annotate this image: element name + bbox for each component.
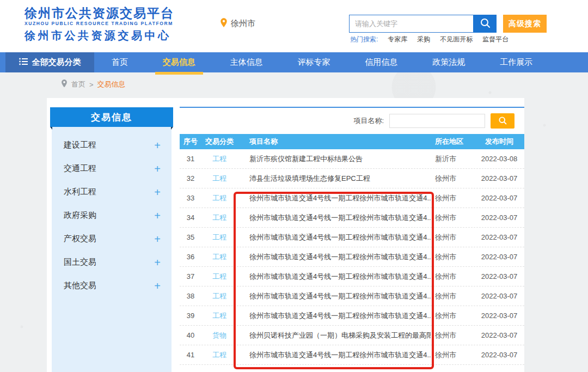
project-filter-search-button[interactable] [491,113,514,129]
row-project-name-link[interactable]: 徐州市城市轨道交通4号线一期工程徐州市城市轨道交通4... [237,272,431,282]
row-project-name-link[interactable]: 徐州市城市轨道交通4号线一期工程徐州市城市轨道交通4... [237,291,431,301]
plus-expand-icon[interactable]: + [154,280,161,291]
row-project-name-link[interactable]: 新沂市殡仪馆新建工程中标结果公告 [237,154,431,164]
plus-expand-icon[interactable]: + [154,140,161,151]
col-header-category: 交易分类 [201,137,237,147]
nav-tab-entity-info[interactable]: 主体信息 [226,52,267,72]
nav-tab-trade-info[interactable]: 交易信息 [158,52,200,72]
hamburger-list-icon [19,58,28,67]
row-project-name-link[interactable]: 徐州市城市轨道交通4号线一期工程徐州市城市轨道交通4... [237,233,431,242]
row-category-link[interactable]: 工程 [201,311,237,321]
nav-tab-home[interactable]: 首页 [107,52,132,72]
city-name: 徐州市 [231,19,255,29]
sidebar-item-gov-procurement[interactable]: 政府采购 + [52,204,171,227]
row-region: 徐州市 [431,193,474,203]
row-project-name-link[interactable]: 徐州市城市轨道交通4号线一期工程徐州市城市轨道交通4... [237,213,431,223]
hot-search-item-procurement[interactable]: 采购 [417,35,430,44]
nav-tab-bid-experts[interactable]: 评标专家 [293,52,334,72]
row-category-link[interactable]: 工程 [201,252,237,262]
row-date: 2022-03-07 [474,214,524,222]
location-pin-icon [220,18,228,29]
keyword-search-input[interactable] [349,15,473,33]
row-region: 新沂市 [431,154,474,164]
row-no: 36 [180,253,201,261]
row-no: 32 [180,174,201,182]
sidebar-item-transport[interactable]: 交通工程 + [52,157,171,180]
table-row: 39 工程 徐州市城市轨道交通4号线一期工程徐州市城市轨道交通4... 徐州市 … [180,306,524,326]
all-categories-label: 全部交易分类 [32,57,81,68]
row-category-link[interactable]: 工程 [201,350,237,360]
breadcrumb-separator: > [89,81,94,89]
hot-search-item-remote-bid[interactable]: 不见面开标 [440,35,473,44]
row-no: 38 [180,292,201,300]
row-project-name-link[interactable]: 徐州市城市轨道交通4号线一期工程徐州市城市轨道交通4... [237,252,431,262]
col-header-project-name: 项目名称 [237,137,431,147]
row-region: 徐州市 [431,350,474,360]
sidebar-item-water[interactable]: 水利工程 + [52,180,171,204]
sidebar-item-land[interactable]: 国土交易 + [52,251,171,274]
row-category-link[interactable]: 工程 [201,272,237,282]
row-no: 40 [180,331,201,339]
breadcrumb: 首页 > 交易信息 [61,80,126,89]
row-region: 徐州市 [431,291,474,301]
row-region: 徐州市 [431,174,474,184]
nav-tab-credit-info[interactable]: 信用信息 [360,52,402,72]
nav-items: 首页 交易信息 主体信息 评标专家 信用信息 政策法规 工作展示 [94,52,588,72]
row-project-name-link[interactable]: 沛县生活垃圾填埋场生态修复EPC工程 [237,174,431,184]
logo-title: 徐州市公共资源交易平台 [24,6,174,20]
nav-tab-work-display[interactable]: 工作展示 [495,52,537,72]
row-category-link[interactable]: 工程 [201,174,237,184]
table-row: 31 工程 新沂市殡仪馆新建工程中标结果公告 新沂市 2022-03-08 [180,149,524,169]
row-category-link[interactable]: 工程 [201,193,237,203]
hot-search-item-expert[interactable]: 专家库 [388,35,407,44]
plus-expand-icon[interactable]: + [154,257,161,268]
row-category-link[interactable]: 工程 [201,154,237,164]
plus-expand-icon[interactable]: + [154,163,161,174]
row-category-link[interactable]: 工程 [201,291,237,301]
hot-search-item-supervision[interactable]: 监督平台 [482,35,509,44]
plus-expand-icon[interactable]: + [154,234,161,245]
project-name-filter-input[interactable] [389,114,485,128]
all-categories-button[interactable]: 全部交易分类 [5,52,94,72]
sidebar-title: 交易信息 [50,107,173,127]
row-project-name-link[interactable]: 徐州市城市轨道交通4号线一期工程徐州市城市轨道交通4... [237,350,431,360]
row-date: 2022-03-07 [474,272,524,280]
row-no: 35 [180,233,201,241]
plus-expand-icon[interactable]: + [154,210,161,221]
sidebar-item-property-rights[interactable]: 产权交易 + [52,227,171,251]
city-selector[interactable]: 徐州市 [220,18,255,29]
row-region: 徐州市 [431,252,474,262]
search-button[interactable] [473,15,497,33]
sidebar-item-label: 其他交易 [64,280,96,291]
hot-search-label: 热门搜索: [350,35,378,44]
nav-tab-policies[interactable]: 政策法规 [428,52,469,72]
row-date: 2022-03-07 [474,174,524,182]
table-row: 41 工程 徐州市城市轨道交通4号线一期工程徐州市城市轨道交通4... 徐州市 … [180,345,524,365]
sidebar-item-construction[interactable]: 建设工程 + [52,133,171,157]
row-date: 2022-03-07 [474,312,524,320]
row-no: 39 [180,312,201,320]
row-project-name-link[interactable]: 徐州贝诺科技产业园（一期）电梯采购及安装工程的最高限... [237,331,431,340]
advanced-search-button[interactable]: 高级搜索 [503,15,547,33]
table-row: 33 工程 徐州市城市轨道交通4号线一期工程徐州市城市轨道交通4... 徐州市 … [180,188,524,208]
plus-expand-icon[interactable]: + [154,187,161,198]
row-region: 徐州市 [431,233,474,242]
project-filter-row: 项目名称: [180,108,524,134]
row-project-name-link[interactable]: 徐州市城市轨道交通4号线一期工程徐州市城市轨道交通4... [237,311,431,321]
sidebar-item-label: 产权交易 [64,234,96,244]
row-project-name-link[interactable]: 徐州市城市轨道交通4号线一期工程徐州市城市轨道交通4... [237,193,431,203]
row-date: 2022-03-08 [474,155,524,163]
sidebar-item-other[interactable]: 其他交易 + [52,274,171,297]
row-no: 31 [180,155,201,163]
row-region: 徐州市 [431,272,474,282]
breadcrumb-pin-icon [61,80,68,89]
row-category-link[interactable]: 工程 [201,213,237,223]
site-logo: 徐州市公共资源交易平台 XUZHOU PUBLIC RESOURCE TRADI… [24,6,174,42]
table-row: 38 工程 徐州市城市轨道交通4号线一期工程徐州市城市轨道交通4... 徐州市 … [180,286,524,306]
col-header-no: 序号 [180,137,201,147]
row-category-link[interactable]: 货物 [201,331,237,340]
table-row: 35 工程 徐州市城市轨道交通4号线一期工程徐州市城市轨道交通4... 徐州市 … [180,228,524,247]
row-category-link[interactable]: 工程 [201,233,237,242]
col-header-region: 所在地区 [431,137,474,147]
breadcrumb-home[interactable]: 首页 [71,80,85,89]
